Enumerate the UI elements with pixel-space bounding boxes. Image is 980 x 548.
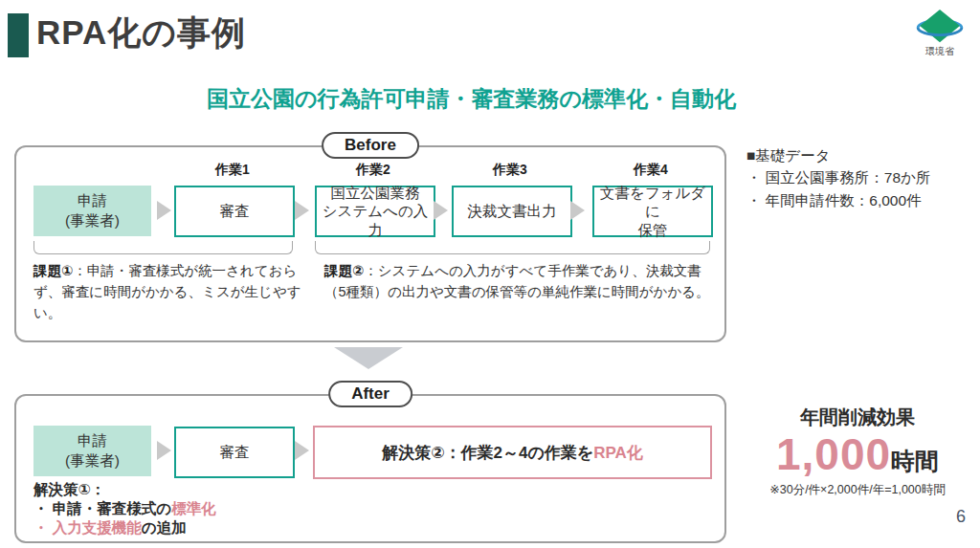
flow-arrow-icon	[570, 201, 585, 220]
step2-label: 作業2	[315, 162, 432, 179]
flow-arrow-icon	[157, 441, 171, 460]
annual-effect-block: 年間削減効果 1,000時間 ※30分/件×2,000件/年=1,000時間	[739, 405, 976, 498]
ministry-logo-icon	[911, 8, 969, 46]
solution1-item1: ・ 申請・審査様式の標準化	[33, 499, 216, 518]
flow-arrow-icon	[157, 201, 171, 220]
page-title: RPA化の事例	[36, 11, 246, 55]
ministry-logo: 環境省	[911, 8, 969, 58]
flow-arrow-icon	[295, 201, 309, 220]
solution2-text: 解決策②：作業2～4の作業を	[382, 442, 593, 464]
issue2-body: ：システムへの入力がすべて手作業であり、決裁文書（5種類）の出力や文書の保管等の…	[324, 263, 710, 299]
basic-data-block: ■基礎データ ・ 国立公園事務所：78か所 ・ 年間申請件数：6,000件	[746, 144, 978, 211]
title-accent-bar	[8, 13, 29, 57]
solution1-item1-plain: ・ 申請・審査様式の	[33, 500, 171, 516]
ministry-logo-label: 環境省	[911, 45, 969, 58]
flow-arrow-icon	[434, 201, 448, 220]
basic-data-item: ・ 年間申請件数：6,000件	[746, 189, 978, 211]
step2-box: 国立公園業務 システムへの入力	[315, 186, 435, 237]
solution1-item2: ・ 入力支援機能の追加	[33, 518, 216, 537]
down-arrow-icon	[334, 347, 403, 369]
after-panel: After 申請 (事業者) 審査 解決策②：作業2～4の作業をRPA化 解決策…	[14, 394, 726, 543]
after-applicant-box: 申請 (事業者)	[33, 426, 151, 476]
after-tag: After	[328, 381, 412, 407]
step4-box: 文書をフォルダに 保管	[592, 186, 713, 237]
effect-value: 1,000	[776, 429, 891, 479]
slide-subtitle: 国立公園の行為許可申請・審査業務の標準化・自動化	[0, 84, 943, 114]
issue1-body: ：申請・審査様式が統一されておらず、審査に時間がかかる、ミスが生じやすい。	[33, 263, 301, 320]
solution1-title: 解決策①：	[33, 480, 216, 499]
issue2-title: 課題②	[324, 263, 364, 278]
issue1-text: 課題①：申請・審査様式が統一されておらず、審査に時間がかかる、ミスが生じやすい。	[33, 261, 303, 323]
step3-box: 決裁文書出力	[452, 186, 572, 237]
solution2-highlight: RPA化	[593, 442, 643, 464]
before-applicant-box: 申請 (事業者)	[33, 186, 151, 236]
basic-data-title: ■基礎データ	[746, 144, 978, 166]
step1-label: 作業1	[174, 162, 291, 179]
step1-box: 審査	[174, 186, 295, 237]
issue1-title: 課題①	[33, 263, 73, 278]
effect-title: 年間削減効果	[739, 405, 976, 430]
solution2-box: 解決策②：作業2～4の作業をRPA化	[313, 426, 712, 479]
issue2-text: 課題②：システムへの入力がすべて手作業であり、決裁文書（5種類）の出力や文書の保…	[324, 261, 719, 303]
solution1-item2-plain: の追加	[142, 519, 187, 536]
basic-data-item: ・ 国立公園事務所：78か所	[746, 166, 978, 188]
before-tag: Before	[322, 132, 419, 159]
page-number: 6	[956, 507, 966, 527]
solution1-item2-highlight: ・ 入力支援機能	[33, 519, 142, 536]
solution1-item1-highlight: 標準化	[171, 500, 216, 516]
issue2-bracket	[315, 241, 710, 254]
effect-value-row: 1,000時間	[739, 430, 976, 479]
flow-arrow-icon	[295, 441, 309, 460]
after-review-box: 審査	[174, 427, 295, 478]
effect-note: ※30分/件×2,000件/年=1,000時間	[739, 482, 976, 498]
issue1-bracket	[33, 241, 293, 254]
before-panel: Before 申請 (事業者) 作業1 審査 作業2 国立公園業務 システムへの…	[14, 145, 726, 342]
step4-label: 作業4	[592, 162, 709, 179]
step3-label: 作業3	[452, 162, 568, 179]
effect-unit: 時間	[891, 448, 939, 474]
slide: RPA化の事例 環境省 国立公園の行為許可申請・審査業務の標準化・自動化 Bef…	[0, 0, 980, 548]
solution1-block: 解決策①： ・ 申請・審査様式の標準化 ・ 入力支援機能の追加	[33, 480, 216, 537]
